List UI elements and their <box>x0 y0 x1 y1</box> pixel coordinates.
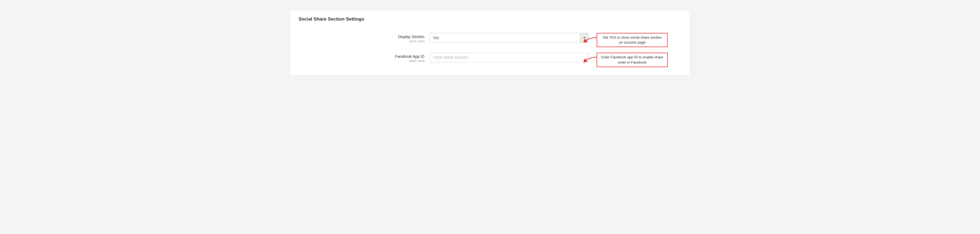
row-display-section: Display Section [store view] Yes <box>299 33 681 47</box>
callout-display-section: Set YES to show social share section on … <box>597 33 668 47</box>
form-rows: Display Section [store view] Yes <box>299 33 681 67</box>
scope-facebook-app-id: [store view] <box>299 59 425 63</box>
panel-title: Social Share Section Settings <box>299 16 681 25</box>
input-facebook-app-id[interactable]: 750# 50b# 5b4#67 <box>430 53 589 63</box>
label-display-section: Display Section <box>299 35 425 39</box>
label-col-display-section: Display Section [store view] <box>299 33 430 43</box>
settings-panel: Social Share Section Settings Display Se… <box>290 11 690 75</box>
callout-arrow-icon <box>584 36 597 44</box>
select-display-section[interactable]: Yes <box>430 33 589 43</box>
input-col-facebook-app-id: 750# 50b# 5b4#67 <box>430 53 589 63</box>
input-col-display-section: Yes <box>430 33 589 43</box>
select-value-display-section[interactable]: Yes <box>430 33 580 43</box>
label-col-facebook-app-id: Facebook App ID [store view] <box>299 53 430 63</box>
label-facebook-app-id: Facebook App ID <box>299 54 425 59</box>
scope-display-section: [store view] <box>299 40 425 43</box>
callout-col-display-section: Set YES to show social share section on … <box>597 33 668 47</box>
callout-facebook-app-id: Enter Facebook app ID to enable share or… <box>597 53 668 67</box>
callout-arrow-icon <box>584 56 597 64</box>
row-facebook-app-id: Facebook App ID [store view] 750# 50b# 5… <box>299 53 681 67</box>
callout-col-facebook-app-id: Enter Facebook app ID to enable share or… <box>597 53 668 67</box>
